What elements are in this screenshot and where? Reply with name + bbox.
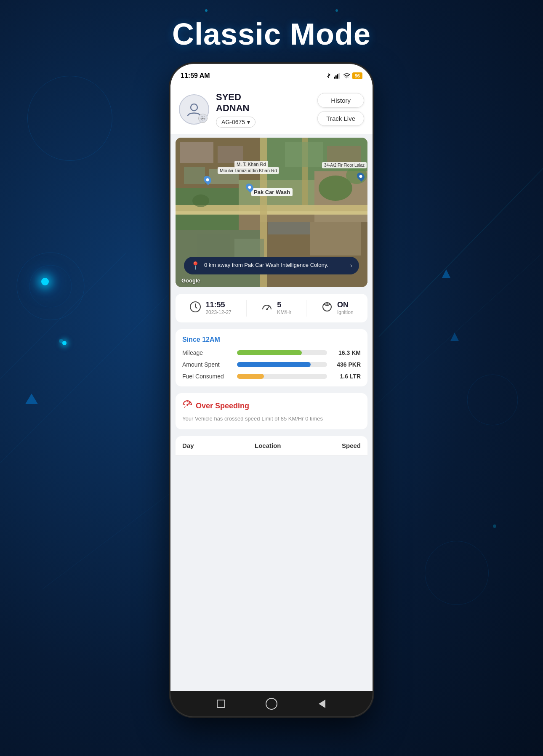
fuel-bar-fill bbox=[237, 374, 264, 379]
svg-point-12 bbox=[335, 9, 338, 12]
table-col-location: Location bbox=[255, 442, 281, 449]
overspeeding-icon bbox=[182, 400, 192, 413]
map-label-place1: 34-A/2 Fir Floor Lalaz bbox=[322, 162, 367, 168]
location-icon: 📍 bbox=[191, 261, 200, 270]
nav-circle-button[interactable] bbox=[264, 696, 279, 711]
user-info: SYED ADNAN AG-0675 ▾ bbox=[216, 92, 311, 128]
svg-rect-16 bbox=[335, 75, 337, 79]
history-button[interactable]: History bbox=[317, 93, 364, 108]
svg-rect-18 bbox=[338, 73, 340, 79]
fuel-label: Fuel Consumed bbox=[182, 373, 233, 380]
ignition-text: ON Ignition bbox=[337, 301, 354, 315]
amount-value: 436 PKR bbox=[331, 361, 361, 368]
svg-point-5 bbox=[17, 253, 84, 320]
ignition-item: ON Ignition bbox=[321, 301, 354, 315]
svg-rect-36 bbox=[184, 167, 205, 184]
vehicle-status-row: 11:55 2023-12-27 5 KM/Hr bbox=[176, 294, 367, 322]
time-text: 11:55 2023-12-27 bbox=[205, 301, 231, 315]
speed-text: 5 KM/Hr bbox=[277, 301, 291, 315]
square-icon bbox=[217, 700, 225, 708]
svg-line-2 bbox=[379, 168, 543, 337]
mileage-bar-fill bbox=[237, 350, 302, 355]
circle-icon bbox=[266, 698, 277, 710]
svg-rect-41 bbox=[197, 234, 230, 260]
svg-line-58 bbox=[189, 402, 189, 403]
overspeeding-title-row: Over Speeding bbox=[182, 400, 361, 413]
nav-square-button[interactable] bbox=[213, 696, 229, 711]
svg-rect-31 bbox=[176, 211, 367, 215]
wifi-icon bbox=[343, 73, 350, 79]
svg-point-21 bbox=[202, 118, 204, 119]
location-text: 0 km away from Pak Car Wash Intelligence… bbox=[204, 262, 346, 269]
location-bubble[interactable]: 📍 0 km away from Pak Car Wash Intelligen… bbox=[184, 257, 359, 274]
speedometer-icon bbox=[261, 301, 273, 315]
phone-screen: SYED ADNAN AG-0675 ▾ History Track Live bbox=[170, 85, 373, 691]
amount-bar-bg bbox=[237, 362, 327, 367]
svg-marker-8 bbox=[442, 269, 450, 278]
mileage-bar-bg bbox=[237, 350, 327, 355]
divider-2 bbox=[306, 300, 306, 317]
svg-rect-40 bbox=[310, 222, 361, 256]
mileage-row: Mileage 16.3 KM bbox=[182, 349, 361, 356]
map-satellite: M. T. Khan Rd Moulvi Tamizuddin Khan Rd … bbox=[176, 138, 367, 287]
svg-line-0 bbox=[0, 253, 126, 379]
svg-line-60 bbox=[184, 404, 185, 405]
back-triangle-icon bbox=[319, 700, 325, 708]
time-value: 11:55 bbox=[205, 301, 231, 309]
mileage-value: 16.3 KM bbox=[331, 349, 361, 356]
fuel-bar-bg bbox=[237, 374, 327, 379]
mileage-label: Mileage bbox=[182, 349, 233, 356]
svg-line-56 bbox=[184, 407, 185, 407]
header-buttons: History Track Live bbox=[317, 93, 364, 126]
avatar bbox=[179, 94, 209, 125]
header-section: SYED ADNAN AG-0675 ▾ History Track Live bbox=[170, 85, 373, 134]
status-time: 11:59 AM bbox=[181, 72, 210, 80]
overspeeding-desc: Your Vehicle has crossed speed Limit of … bbox=[182, 415, 361, 423]
nav-back-button[interactable] bbox=[314, 696, 330, 711]
track-live-button[interactable]: Track Live bbox=[317, 111, 364, 126]
time-item: 11:55 2023-12-27 bbox=[189, 301, 231, 315]
svg-marker-10 bbox=[25, 394, 38, 404]
svg-marker-9 bbox=[450, 333, 459, 341]
speed-item: 5 KM/Hr bbox=[261, 301, 291, 315]
stats-section: Since 12AM Mileage 16.3 KM Amount Spent … bbox=[176, 329, 367, 386]
map-section[interactable]: M. T. Khan Rd Moulvi Tamizuddin Khan Rd … bbox=[176, 138, 367, 287]
phone-nav-bar bbox=[170, 691, 373, 716]
clock-icon bbox=[189, 301, 201, 315]
status-bar: 11:59 AM 96 bbox=[170, 64, 373, 85]
svg-point-7 bbox=[467, 375, 518, 425]
time-date: 2023-12-27 bbox=[205, 309, 231, 315]
vehicle-badge[interactable]: AG-0675 ▾ bbox=[216, 117, 256, 128]
amount-row: Amount Spent 436 PKR bbox=[182, 361, 361, 368]
map-label-road1: M. T. Khan Rd bbox=[234, 161, 268, 168]
bubble-arrow: › bbox=[350, 262, 352, 269]
gear-icon bbox=[200, 116, 205, 121]
overspeeding-title: Over Speeding bbox=[196, 402, 249, 410]
svg-line-1 bbox=[0, 295, 168, 463]
ignition-icon bbox=[321, 301, 333, 315]
speed-value: 5 bbox=[277, 301, 291, 309]
fuel-value: 1.6 LTR bbox=[331, 373, 361, 380]
speed-unit: KM/Hr bbox=[277, 309, 291, 315]
ignition-state: ON bbox=[337, 301, 354, 309]
ignition-label: Ignition bbox=[337, 309, 354, 315]
user-name: SYED ADNAN bbox=[216, 92, 311, 114]
svg-line-3 bbox=[358, 253, 543, 421]
svg-point-55 bbox=[186, 404, 188, 406]
amount-label: Amount Spent bbox=[182, 361, 233, 368]
map-label-road2: Moulvi Tamizuddin Khan Rd bbox=[218, 167, 279, 174]
svg-line-49 bbox=[195, 307, 197, 308]
svg-point-14 bbox=[493, 524, 496, 528]
settings-badge[interactable] bbox=[198, 114, 208, 123]
svg-rect-15 bbox=[334, 77, 335, 79]
svg-rect-38 bbox=[285, 142, 323, 167]
overspeeding-section: Over Speeding Your Vehicle has crossed s… bbox=[176, 393, 367, 429]
map-label-carwash: Pak Car Wash bbox=[251, 188, 293, 196]
svg-point-51 bbox=[266, 309, 268, 310]
fuel-row: Fuel Consumed 1.6 LTR bbox=[182, 373, 361, 380]
divider-1 bbox=[246, 300, 247, 317]
svg-line-59 bbox=[190, 404, 191, 405]
svg-rect-46 bbox=[268, 222, 310, 234]
google-label: Google bbox=[181, 277, 200, 284]
table-col-day: Day bbox=[182, 442, 194, 449]
